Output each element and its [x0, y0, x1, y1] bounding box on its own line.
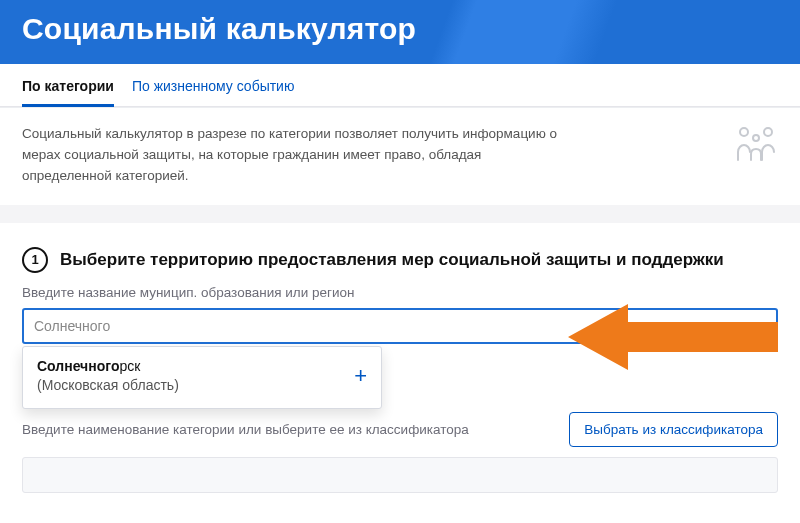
- step1-title: Выберите территорию предоставления мер с…: [60, 250, 724, 270]
- choose-classifier-button[interactable]: Выбрать из классификатора: [569, 412, 778, 447]
- territory-input[interactable]: [22, 308, 778, 344]
- tabs-bar: По категории По жизненному событию: [0, 64, 800, 107]
- suggestion-item[interactable]: Солнечногорск (Московская область) +: [23, 347, 381, 408]
- suggestion-text: Солнечногорск (Московская область): [37, 357, 179, 396]
- svg-point-1: [764, 128, 772, 136]
- svg-point-0: [740, 128, 748, 136]
- territory-field: Солнечногорск (Московская область) +: [22, 308, 778, 344]
- page-title: Социальный калькулятор: [22, 12, 778, 46]
- tab-by-life-event[interactable]: По жизненному событию: [132, 64, 295, 106]
- tab-by-category[interactable]: По категории: [22, 64, 114, 106]
- plus-icon: +: [354, 365, 367, 387]
- step1-number: 1: [22, 247, 48, 273]
- hero-banner: Социальный калькулятор: [0, 0, 800, 64]
- category-input[interactable]: [22, 457, 778, 493]
- step1-header: 1 Выберите территорию предоставления мер…: [22, 247, 778, 273]
- territory-suggestions: Солнечногорск (Московская область) +: [22, 346, 382, 409]
- step2-label: Введите наименование категории или выбер…: [22, 422, 553, 437]
- description-text: Социальный калькулятор в разрезе по кате…: [22, 124, 562, 187]
- step1-label: Введите название муницип. образования ил…: [22, 285, 778, 300]
- description-panel: Социальный калькулятор в разрезе по кате…: [0, 107, 800, 205]
- family-icon: [734, 124, 778, 166]
- svg-point-2: [753, 135, 759, 141]
- form-section: 1 Выберите территорию предоставления мер…: [0, 223, 800, 523]
- step2-row: Введите наименование категории или выбер…: [22, 412, 778, 447]
- category-field: [22, 457, 778, 493]
